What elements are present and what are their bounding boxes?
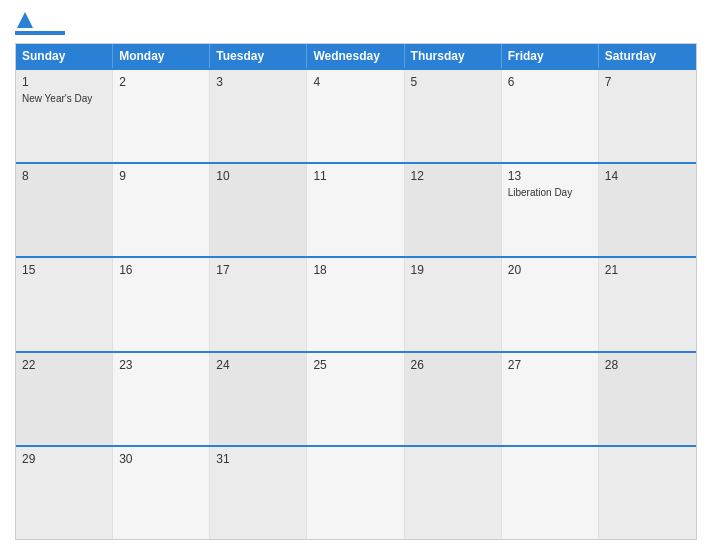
day-number: 29	[22, 452, 106, 466]
day-cell-empty-5	[502, 447, 599, 539]
day-number: 7	[605, 75, 690, 89]
day-number: 10	[216, 169, 300, 183]
logo-bottom	[15, 30, 67, 35]
logo-icon	[15, 10, 35, 30]
day-cell-10: 10	[210, 164, 307, 256]
day-number: 8	[22, 169, 106, 183]
week-row-1: 1New Year's Day234567	[16, 68, 696, 162]
day-cell-12: 12	[405, 164, 502, 256]
day-cell-23: 23	[113, 353, 210, 445]
day-cell-31: 31	[210, 447, 307, 539]
day-number: 6	[508, 75, 592, 89]
day-cell-16: 16	[113, 258, 210, 350]
week-row-4: 22232425262728	[16, 351, 696, 445]
day-number: 5	[411, 75, 495, 89]
day-number: 12	[411, 169, 495, 183]
day-number: 24	[216, 358, 300, 372]
logo-top	[15, 10, 35, 30]
logo-blue-bar	[15, 31, 65, 35]
day-cell-29: 29	[16, 447, 113, 539]
day-number: 15	[22, 263, 106, 277]
day-number: 26	[411, 358, 495, 372]
day-event: Liberation Day	[508, 187, 592, 198]
calendar-container: SundayMondayTuesdayWednesdayThursdayFrid…	[0, 0, 712, 550]
day-cell-2: 2	[113, 70, 210, 162]
day-header-friday: Friday	[502, 44, 599, 68]
day-cell-1: 1New Year's Day	[16, 70, 113, 162]
day-number: 21	[605, 263, 690, 277]
header-row	[15, 10, 697, 35]
day-cell-28: 28	[599, 353, 696, 445]
day-number: 14	[605, 169, 690, 183]
day-cell-30: 30	[113, 447, 210, 539]
day-headers: SundayMondayTuesdayWednesdayThursdayFrid…	[16, 44, 696, 68]
day-number: 23	[119, 358, 203, 372]
week-row-2: 8910111213Liberation Day14	[16, 162, 696, 256]
day-cell-4: 4	[307, 70, 404, 162]
day-header-thursday: Thursday	[405, 44, 502, 68]
day-cell-7: 7	[599, 70, 696, 162]
day-cell-empty-3	[307, 447, 404, 539]
day-number: 31	[216, 452, 300, 466]
day-number: 1	[22, 75, 106, 89]
day-cell-25: 25	[307, 353, 404, 445]
day-header-monday: Monday	[113, 44, 210, 68]
day-number: 22	[22, 358, 106, 372]
day-number: 3	[216, 75, 300, 89]
day-cell-26: 26	[405, 353, 502, 445]
calendar-grid: SundayMondayTuesdayWednesdayThursdayFrid…	[15, 43, 697, 540]
day-number: 13	[508, 169, 592, 183]
day-cell-19: 19	[405, 258, 502, 350]
day-cell-22: 22	[16, 353, 113, 445]
day-cell-8: 8	[16, 164, 113, 256]
day-cell-6: 6	[502, 70, 599, 162]
day-cell-5: 5	[405, 70, 502, 162]
day-number: 30	[119, 452, 203, 466]
svg-marker-0	[17, 12, 33, 28]
day-number: 9	[119, 169, 203, 183]
day-cell-17: 17	[210, 258, 307, 350]
day-number: 2	[119, 75, 203, 89]
day-cell-13: 13Liberation Day	[502, 164, 599, 256]
day-cell-24: 24	[210, 353, 307, 445]
day-header-wednesday: Wednesday	[307, 44, 404, 68]
day-number: 18	[313, 263, 397, 277]
day-cell-9: 9	[113, 164, 210, 256]
day-number: 11	[313, 169, 397, 183]
day-cell-14: 14	[599, 164, 696, 256]
day-number: 27	[508, 358, 592, 372]
day-cell-empty-4	[405, 447, 502, 539]
day-cell-empty-6	[599, 447, 696, 539]
week-row-5: 293031	[16, 445, 696, 539]
logo	[15, 10, 67, 35]
day-number: 25	[313, 358, 397, 372]
day-cell-11: 11	[307, 164, 404, 256]
day-cell-15: 15	[16, 258, 113, 350]
day-cell-18: 18	[307, 258, 404, 350]
day-number: 16	[119, 263, 203, 277]
day-cell-20: 20	[502, 258, 599, 350]
day-number: 28	[605, 358, 690, 372]
day-header-saturday: Saturday	[599, 44, 696, 68]
day-number: 17	[216, 263, 300, 277]
day-cell-27: 27	[502, 353, 599, 445]
day-event: New Year's Day	[22, 93, 106, 104]
day-number: 20	[508, 263, 592, 277]
week-row-3: 15161718192021	[16, 256, 696, 350]
day-cell-21: 21	[599, 258, 696, 350]
day-number: 4	[313, 75, 397, 89]
weeks-container: 1New Year's Day2345678910111213Liberatio…	[16, 68, 696, 539]
day-cell-3: 3	[210, 70, 307, 162]
day-header-sunday: Sunday	[16, 44, 113, 68]
day-header-tuesday: Tuesday	[210, 44, 307, 68]
day-number: 19	[411, 263, 495, 277]
